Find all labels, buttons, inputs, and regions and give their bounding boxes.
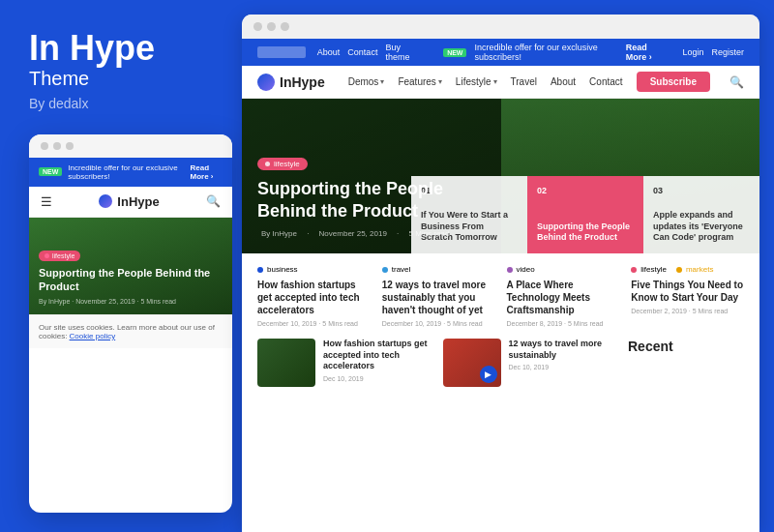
bottom-article-2-text: 12 ways to travel more sustainably Dec 1…: [509, 339, 617, 387]
mobile-cookie-text: Our site uses cookies. Learn more about …: [39, 323, 215, 340]
topbar-new-badge: NEW: [443, 48, 466, 57]
article-1-category: business: [257, 265, 371, 274]
article-3-meta: December 8, 2019 · 5 Mins read: [507, 320, 620, 327]
cat-dot-3: [507, 267, 513, 273]
mobile-read-more[interactable]: Read More ›: [190, 163, 223, 181]
topbar-about[interactable]: About: [317, 47, 341, 57]
topbar-promo-text: Incredible offer for our exclusive subsc…: [474, 43, 617, 62]
browser-dot-3: [281, 22, 289, 31]
nav-label-lifestyle: Lifestyle: [456, 76, 491, 87]
nav-item-about[interactable]: About: [551, 76, 576, 87]
cat-dot-1: [257, 267, 263, 273]
subscribe-button[interactable]: Subscribe: [637, 72, 710, 92]
nav-item-demos[interactable]: Demos ▾: [348, 76, 385, 87]
site-logo-circle: [257, 74, 275, 91]
article-3-cat-label: video: [517, 265, 535, 274]
bottom-thumb-2: ▶: [443, 339, 501, 387]
mobile-hero: lifestyle Supporting the People Behind t…: [29, 218, 232, 314]
article-2-title[interactable]: 12 ways to travel more sustainably that …: [382, 279, 495, 316]
nav-label-travel: Travel: [511, 76, 537, 87]
bottom-article-2-meta: Dec 10, 2019: [509, 364, 617, 370]
hero-meta-date: November 25, 2019: [319, 229, 387, 238]
topbar-login[interactable]: Login: [682, 47, 703, 57]
browser-dot-2: [267, 22, 276, 31]
mobile-nav: ☰ InHype 🔍: [29, 187, 232, 218]
brand-subtitle: Theme: [29, 68, 213, 90]
article-3-category: video: [507, 265, 620, 274]
cat-dot-4b: [676, 267, 682, 273]
hero-tag: lifestyle: [257, 158, 308, 170]
mobile-logo-circle: [99, 194, 112, 208]
mobile-banner: NEW Incredible offer for our exclusive s…: [29, 158, 232, 187]
articles-section: business How fashion startups get accept…: [242, 253, 759, 532]
browser-dot-1: [253, 22, 262, 31]
left-panel: In Hype Theme By dedalx NEW Incredible o…: [0, 0, 232, 532]
mobile-new-badge: NEW: [39, 167, 62, 176]
article-4-meta: December 2, 2019 · 5 Mins read: [631, 308, 744, 314]
article-3-title[interactable]: A Place Where Technology Meets Craftsman…: [507, 279, 620, 316]
brand-title: In Hype: [29, 29, 213, 68]
article-item-3: video A Place Where Technology Meets Cra…: [507, 265, 620, 327]
topbar-register[interactable]: Register: [711, 47, 744, 57]
mobile-logo: InHype: [99, 194, 159, 209]
bottom-article-1-text: How fashion startups get accepted into t…: [323, 339, 432, 387]
mobile-hero-meta: By InHype · November 25, 2019 · 5 Mins r…: [39, 298, 223, 305]
mobile-dots: [29, 134, 232, 158]
hero-title: Supporting the People Behind the Product: [257, 178, 490, 222]
right-panel: About Contact Buy theme NEW Incredible o…: [242, 15, 759, 532]
article-2-meta: December 10, 2019 · 5 Mins read: [382, 320, 495, 327]
nav-item-contact[interactable]: Contact: [589, 76, 622, 87]
article-item-1: business How fashion startups get accept…: [257, 265, 371, 327]
article-2-cat-label: travel: [392, 265, 411, 274]
article-4-title[interactable]: Five Things You Need to Know to Start Yo…: [631, 279, 744, 304]
mobile-cookie-bar: Our site uses cookies. Learn more about …: [29, 314, 232, 348]
mobile-cookie-link[interactable]: Cookie policy: [70, 332, 116, 340]
dot-3: [66, 142, 74, 150]
site-top-bar: About Contact Buy theme NEW Incredible o…: [242, 39, 759, 66]
topbar-buytheme[interactable]: Buy theme: [385, 43, 420, 62]
chevron-down-icon: ▾: [380, 77, 384, 86]
recent-title: Recent: [628, 339, 744, 354]
article-4-cat-label: lifestyle: [640, 265, 667, 274]
hero-section: lifestyle Supporting the People Behind t…: [242, 99, 759, 253]
hero-content: lifestyle Supporting the People Behind t…: [242, 137, 759, 253]
cat-dot-4: [631, 267, 637, 273]
site-logo-text: InHype: [280, 74, 325, 90]
mobile-hamburger-icon[interactable]: ☰: [41, 194, 52, 209]
nav-item-travel[interactable]: Travel: [511, 76, 537, 87]
nav-label-demos: Demos: [348, 76, 379, 87]
nav-label-about: About: [551, 76, 576, 87]
nav-item-lifestyle[interactable]: Lifestyle ▾: [456, 76, 497, 87]
mobile-banner-text: Incredible offer for our exclusive subsc…: [68, 163, 180, 181]
bottom-row: How fashion startups get accepted into t…: [257, 339, 744, 387]
brand-author: By dedalx: [29, 96, 213, 111]
mobile-logo-text: InHype: [117, 194, 159, 209]
bottom-article-2-title[interactable]: 12 ways to travel more sustainably: [509, 339, 617, 361]
article-4-category: lifestyle markets: [631, 265, 744, 274]
search-icon[interactable]: 🔍: [729, 75, 744, 89]
mobile-lifestyle-tag: lifestyle: [39, 251, 80, 261]
bottom-article-1-title[interactable]: How fashion startups get accepted into t…: [323, 339, 432, 372]
mobile-hero-title: Supporting the People Behind the Product: [39, 266, 223, 294]
browser-chrome: [242, 15, 759, 39]
article-1-title[interactable]: How fashion startups get accepted into t…: [257, 279, 371, 316]
article-1-cat-label: business: [267, 265, 298, 274]
nav-item-features[interactable]: Features ▾: [398, 76, 441, 87]
bottom-article-2: ▶ 12 ways to travel more sustainably Dec…: [443, 339, 617, 387]
bottom-article-1: How fashion startups get accepted into t…: [257, 339, 432, 387]
hero-meta: By InHype · November 25, 2019 · 5 Mins r…: [257, 229, 744, 238]
browser-content: About Contact Buy theme NEW Incredible o…: [242, 39, 759, 532]
hero-meta-read: 5 Mins read: [409, 229, 450, 238]
hero-meta-author: By InHype: [261, 229, 297, 238]
mobile-search-icon[interactable]: 🔍: [206, 194, 221, 208]
topbar-read-more[interactable]: Read More ›: [626, 43, 668, 62]
bottom-article-1-meta: Dec 10, 2019: [323, 375, 432, 382]
mobile-preview-card: NEW Incredible offer for our exclusive s…: [29, 134, 232, 513]
topbar-contact[interactable]: Contact: [347, 47, 377, 57]
site-nav-bar: InHype Demos ▾ Features ▾ Lifestyle ▾ Tr…: [242, 66, 759, 99]
article-1-meta: December 10, 2019 · 5 Mins read: [257, 320, 371, 327]
article-2-category: travel: [382, 265, 495, 274]
dot-1: [41, 142, 48, 150]
articles-grid: business How fashion startups get accept…: [257, 265, 744, 327]
article-item-2: travel 12 ways to travel more sustainabl…: [382, 265, 495, 327]
